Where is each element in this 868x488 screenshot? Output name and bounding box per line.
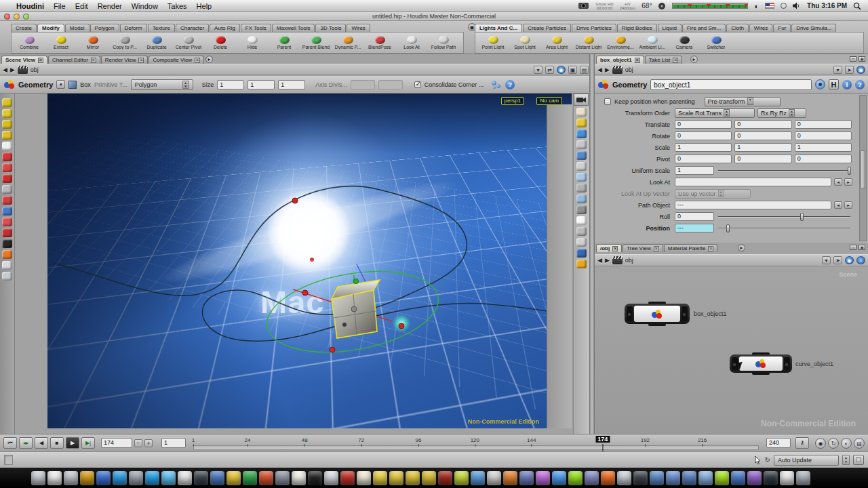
memory-monitor-icon[interactable]: [853, 455, 864, 465]
op-chooser-icon[interactable]: ▸: [844, 178, 852, 186]
network-context-icon[interactable]: [612, 66, 623, 74]
node-box-object1[interactable]: [625, 304, 690, 324]
dock-app-icon[interactable]: [601, 471, 615, 485]
shelf-tool[interactable]: Look At: [396, 36, 427, 49]
node-flag-icon[interactable]: [784, 357, 790, 370]
forward-icon[interactable]: ▶: [10, 66, 15, 73]
dock-app-icon[interactable]: [633, 471, 648, 485]
timeline-ruler[interactable]: 174 124487296120144192216: [193, 436, 759, 451]
size-y-field[interactable]: 1: [248, 80, 275, 89]
shelf-tool[interactable]: Copy to P...: [109, 36, 140, 49]
path-object-field[interactable]: ---: [675, 201, 831, 209]
sync-menu-icon[interactable]: [781, 3, 787, 9]
shelf-tool[interactable]: BlendPose: [364, 36, 395, 49]
path-history-dropdown-icon[interactable]: ▾: [534, 66, 542, 74]
pretransform-dropdown[interactable]: Pre-transform ▼: [705, 97, 781, 106]
shelf-tab[interactable]: Maxwell Tools: [272, 24, 315, 32]
pivot-x-field[interactable]: 0: [675, 155, 732, 163]
fan-menu-icon[interactable]: [658, 2, 666, 10]
dock-app-icon[interactable]: [552, 471, 566, 485]
display-options-icon[interactable]: ▤: [580, 66, 589, 74]
dock-app-icon[interactable]: [275, 471, 290, 485]
add-pane-tab-button[interactable]: ▸: [738, 244, 745, 251]
shelf-tool[interactable]: Follow Path: [428, 36, 459, 49]
shelf-tool[interactable]: Mirror: [77, 36, 108, 49]
consolidate-checkbox[interactable]: [414, 81, 421, 88]
shelf-tab[interactable]: 3D Tools: [315, 24, 346, 32]
input-language-flag-icon[interactable]: [765, 3, 774, 9]
rotate-y-field[interactable]: 0: [734, 131, 791, 140]
dock-app-icon[interactable]: [471, 471, 485, 485]
translate-y-field[interactable]: 0: [734, 120, 791, 129]
undo-redo-icon[interactable]: ⇄: [545, 66, 554, 74]
dock-app-icon[interactable]: [47, 471, 62, 485]
cpu-meter[interactable]: [672, 3, 748, 9]
dock-app-icon[interactable]: [226, 471, 241, 485]
pane-maximize-icon[interactable]: ▭: [850, 245, 856, 250]
dock-app-icon[interactable]: [194, 471, 208, 485]
display-option-icon[interactable]: [576, 173, 587, 182]
node-flag-icon[interactable]: [732, 357, 738, 370]
display-option-icon[interactable]: [576, 184, 587, 192]
dock-app-icon[interactable]: [324, 471, 338, 485]
display-option-icon[interactable]: [576, 129, 587, 138]
start-frame-field[interactable]: 1: [161, 438, 186, 448]
display-option-icon[interactable]: [576, 205, 587, 214]
pivot-y-field[interactable]: 0: [734, 155, 791, 163]
look-at-field[interactable]: [675, 178, 831, 186]
pane-tab[interactable]: Take List ×: [645, 56, 683, 64]
back-icon[interactable]: ◀: [597, 66, 602, 73]
size-x-field[interactable]: 1: [217, 80, 244, 89]
shelf-tab[interactable]: Fur: [773, 24, 791, 32]
dock-app-icon[interactable]: [715, 471, 729, 485]
shelf-tool[interactable]: Spot Light: [509, 36, 540, 49]
dock-app-icon[interactable]: [389, 471, 403, 485]
pivot-z-field[interactable]: 0: [795, 155, 852, 163]
tool-icon[interactable]: [2, 207, 12, 216]
shelf-tab[interactable]: Fire and Sm...: [682, 24, 726, 32]
pane-tab[interactable]: Render View ×: [101, 56, 149, 64]
frame-increment-button[interactable]: ＋: [144, 439, 153, 447]
shelf-tab[interactable]: FX Tools: [241, 24, 271, 32]
realtime-toggle-button[interactable]: ↻: [828, 438, 839, 449]
shelf-tool[interactable]: Extract: [45, 36, 77, 49]
forward-icon[interactable]: ▶: [605, 66, 610, 73]
display-option-icon[interactable]: [576, 119, 587, 127]
shelf-tool[interactable]: Delete: [205, 36, 236, 49]
dock-app-icon[interactable]: [243, 471, 257, 485]
close-tab-icon[interactable]: ×: [138, 58, 144, 63]
auto-update-dropdown[interactable]: Auto Update: [774, 455, 839, 466]
back-icon[interactable]: ◀: [3, 66, 7, 73]
shelf-tab[interactable]: Texture: [148, 24, 175, 32]
node-name-field[interactable]: box_object1: [650, 79, 812, 90]
uniform-scale-field[interactable]: 1: [675, 166, 714, 175]
tool-icon[interactable]: [2, 98, 12, 107]
shelf-tab[interactable]: Drive Simula...: [791, 24, 836, 32]
shelf-tool[interactable]: Distant Light: [573, 36, 604, 49]
camera-view-button[interactable]: [574, 94, 589, 106]
dock-app-icon[interactable]: [666, 471, 680, 485]
shelf-tab[interactable]: Liquid: [658, 24, 682, 32]
select-cursor-icon[interactable]: [755, 456, 762, 464]
dock-app-icon[interactable]: [161, 471, 176, 485]
shelf-tab[interactable]: Create: [11, 24, 37, 32]
dock-app-icon[interactable]: [519, 471, 534, 485]
shelf-tool[interactable]: Center Pivot: [173, 36, 204, 49]
pane-menu-icon[interactable]: ◉: [859, 56, 865, 62]
tool-icon[interactable]: [2, 250, 12, 259]
tool-icon[interactable]: [2, 131, 12, 140]
node-flag-icon[interactable]: [682, 306, 688, 321]
shelf-tab[interactable]: Auto Rig: [210, 24, 240, 32]
pin-icon[interactable]: ➤: [833, 256, 842, 264]
dock-app-icon[interactable]: [585, 471, 599, 485]
pane-tab[interactable]: /obj ×: [596, 244, 622, 252]
display-option-icon[interactable]: [576, 227, 587, 236]
dock-app-icon[interactable]: [178, 471, 192, 485]
tool-icon[interactable]: [2, 120, 12, 129]
position-field[interactable]: ---: [675, 224, 714, 232]
op-chooser-icon[interactable]: ▸: [844, 201, 852, 209]
tool-icon[interactable]: [2, 261, 12, 270]
display-option-icon[interactable]: [576, 140, 587, 149]
shelf-tool[interactable]: Ambient Li...: [637, 36, 668, 49]
shelf-tab[interactable]: Wires: [347, 24, 370, 32]
